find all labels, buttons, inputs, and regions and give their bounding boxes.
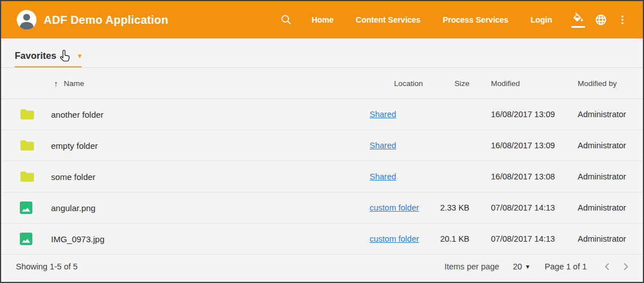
table-row[interactable]: IMG_0973.jpg custom folder 20.1 KB 07/08… (1, 224, 643, 255)
file-name: another folder (44, 110, 367, 119)
nav-item-login[interactable]: Login (531, 15, 552, 24)
folder-icon (1, 140, 44, 151)
modified-by-cell: Administrator (575, 141, 643, 150)
sort-ascending-icon[interactable]: ↑ (54, 79, 58, 88)
next-page-button[interactable] (619, 260, 633, 273)
table-row[interactable]: another folder Shared 16/08/2017 13:09 A… (1, 99, 643, 130)
table-header-row: ↑ Name Location Size Modified Modified b… (1, 68, 643, 99)
document-list: ↑ Name Location Size Modified Modified b… (1, 68, 643, 255)
items-per-page-label: Items per page (444, 262, 499, 271)
user-avatar-icon[interactable] (16, 9, 37, 31)
column-header-name-label: Name (64, 79, 84, 88)
modified-cell: 16/08/2017 13:08 (469, 172, 575, 181)
modified-cell: 16/08/2017 13:09 (469, 110, 575, 119)
favorites-label: Favorites (15, 50, 56, 61)
modified-by-cell: Administrator (575, 203, 643, 212)
file-name: IMG_0973.jpg (44, 234, 367, 244)
location-link[interactable]: Shared (370, 110, 396, 119)
folder-icon (1, 171, 44, 182)
favorites-dropdown[interactable]: Favorites ▾ (15, 50, 82, 67)
search-icon[interactable] (280, 14, 293, 26)
more-vert-icon[interactable] (617, 14, 628, 25)
chevron-down-icon[interactable]: ▾ (78, 52, 82, 59)
showing-range-label: Showing 1-5 of 5 (16, 262, 78, 271)
pager-buttons (600, 260, 633, 273)
pagination-bar: Showing 1-5 of 5 Items per page 20 ▾ Pag… (1, 255, 643, 278)
location-link[interactable]: custom folder (370, 234, 419, 243)
app-header: ADF Demo Application Home Content Servic… (1, 1, 643, 38)
column-header-modified[interactable]: Modified (469, 79, 575, 88)
color-fill-underline (571, 26, 585, 28)
location-link[interactable]: Shared (370, 172, 396, 181)
modified-by-cell: Administrator (575, 110, 643, 119)
header-icon-group (571, 12, 628, 28)
location-cell: custom folder (367, 234, 439, 244)
modified-cell: 16/08/2017 13:09 (469, 141, 575, 150)
location-cell: Shared (367, 140, 439, 151)
location-cell: custom folder (367, 203, 439, 213)
modified-by-cell: Administrator (575, 234, 643, 243)
nav-item-home[interactable]: Home (312, 15, 334, 24)
main-nav: Home Content Services Process Services L… (312, 15, 571, 24)
color-fill-icon[interactable] (571, 12, 585, 28)
app-window: ADF Demo Application Home Content Servic… (0, 0, 644, 283)
file-name: angular.png (44, 203, 367, 213)
previous-page-button[interactable] (600, 260, 614, 273)
image-file-icon (1, 233, 44, 245)
size-cell: 20.1 KB (439, 234, 469, 243)
column-header-location[interactable]: Location (367, 79, 439, 88)
location-link[interactable]: custom folder (370, 203, 419, 212)
column-header-name[interactable]: ↑ Name (44, 79, 367, 88)
table-row[interactable]: angular.png custom folder 2.33 KB 07/08/… (1, 192, 643, 224)
modified-cell: 07/08/2017 14:13 (469, 234, 575, 243)
modified-cell: 07/08/2017 14:13 (469, 203, 575, 212)
page-status-label: Page 1 of 1 (545, 262, 587, 271)
app-title: ADF Demo Application (44, 14, 168, 27)
location-cell: Shared (367, 171, 439, 182)
items-per-page-value: 20 (513, 262, 522, 271)
location-toolbar: Favorites ▾ (1, 38, 643, 68)
table-row[interactable]: some folder Shared 16/08/2017 13:08 Admi… (1, 161, 643, 192)
location-cell: Shared (367, 109, 439, 119)
modified-by-cell: Administrator (575, 172, 643, 181)
column-header-size[interactable]: Size (439, 79, 469, 88)
dropdown-caret-icon: ▾ (526, 263, 529, 270)
file-name: some folder (44, 172, 367, 182)
size-cell: 2.33 KB (439, 203, 469, 212)
nav-item-process-services[interactable]: Process Services (443, 15, 509, 24)
nav-item-content-services[interactable]: Content Services (356, 15, 421, 24)
language-globe-icon[interactable] (595, 14, 607, 26)
table-row[interactable]: empty folder Shared 16/08/2017 13:09 Adm… (1, 130, 643, 161)
pagination-controls: Items per page 20 ▾ Page 1 of 1 (444, 260, 633, 273)
column-header-modified-by[interactable]: Modified by (575, 79, 643, 88)
folder-icon (1, 109, 44, 120)
file-name: empty folder (44, 141, 367, 151)
location-link[interactable]: Shared (370, 141, 396, 150)
image-file-icon (1, 201, 44, 214)
items-per-page-select[interactable]: 20 ▾ (513, 262, 529, 271)
